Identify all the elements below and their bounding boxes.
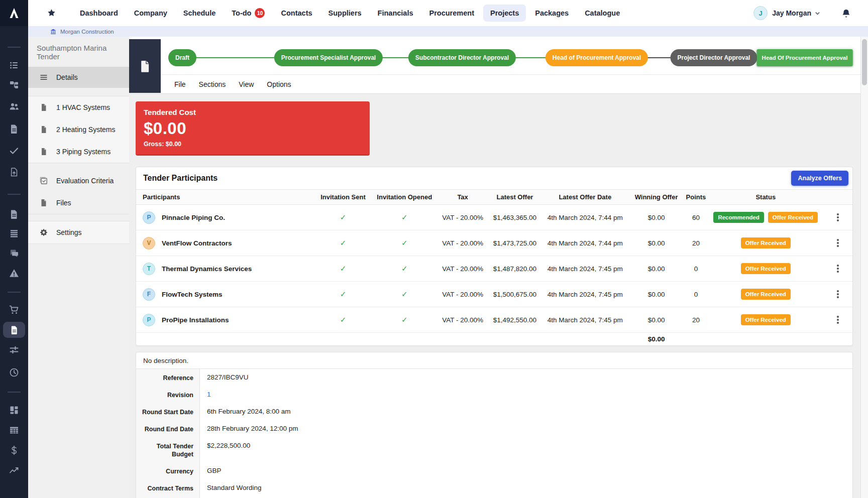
workflow-step-project-director-approval[interactable]: Project Director Approval — [671, 49, 757, 66]
latest-offer-date-cell: 4th March 2024, 7:44 pm — [541, 239, 629, 247]
sidebar-item-label: Files — [56, 199, 71, 207]
nav-item-schedule[interactable]: Schedule — [183, 9, 215, 17]
field-value: $2,228,500.00 — [200, 437, 250, 462]
kebab-menu-icon[interactable] — [835, 211, 841, 223]
rows-icon[interactable] — [9, 228, 20, 239]
sidebar-item-3-piping-systems[interactable]: 3 Piping Systems — [28, 141, 129, 163]
nav-item-to-do[interactable]: To-do10 — [232, 8, 265, 18]
nav-item-company[interactable]: Company — [134, 9, 167, 17]
sidebar-item-files[interactable]: Files — [28, 192, 129, 214]
latest-offer-cell: $1,473,725.00 — [488, 239, 541, 247]
detail-field-round-end-date: Round End Date28th February 2024, 12:00 … — [136, 420, 852, 437]
menu-item-options[interactable]: Options — [267, 80, 291, 88]
user-name[interactable]: Jay Morgan — [772, 9, 811, 17]
warning-icon[interactable] — [9, 268, 20, 279]
trend-icon[interactable] — [9, 465, 20, 476]
menu-item-sections[interactable]: Sections — [199, 80, 226, 88]
kebab-menu-icon[interactable] — [835, 263, 841, 275]
kebab-menu-icon[interactable] — [835, 314, 841, 326]
avatar[interactable]: J — [753, 6, 768, 20]
latest-offer-cell: $1,487,820.00 — [488, 265, 541, 273]
scrollbar-thumb[interactable] — [862, 39, 867, 85]
nav-item-packages[interactable]: Packages — [535, 9, 569, 17]
nav-item-procurement[interactable]: Procurement — [429, 9, 474, 17]
sidebar-item-label: 2 Heating Systems — [56, 126, 116, 134]
users-icon[interactable] — [9, 101, 20, 112]
bell-icon[interactable] — [841, 9, 851, 18]
cost-card-gross: Gross: $0.00 — [144, 141, 362, 148]
nav-item-projects[interactable]: Projects — [483, 5, 526, 22]
sidebar-item-settings[interactable]: Settings — [28, 221, 129, 243]
kebab-menu-icon[interactable] — [835, 288, 841, 300]
participant-name[interactable]: ProPipe Installations — [162, 316, 229, 324]
table-icon[interactable] — [9, 425, 20, 436]
workflow-step-subcontractor-director-approval[interactable]: Subcontractor Director Approval — [408, 49, 516, 66]
document-icon — [40, 126, 48, 134]
sidebar-item-label: Details — [56, 73, 78, 81]
workflow-step-head-of-procurement-approval[interactable]: Head of Procurement Approval — [546, 49, 648, 66]
document-active-icon[interactable] — [3, 322, 25, 338]
check-icon: ✓ — [401, 290, 408, 298]
column-header-invitation-opened: Invitation Opened — [372, 193, 437, 201]
sitemap-icon[interactable] — [9, 79, 20, 90]
status-cell: RecommendedOffer Received — [708, 212, 823, 223]
sliders-icon[interactable] — [9, 344, 20, 355]
detail-field-currency: CurrencyGBP — [136, 462, 852, 479]
grid-icon[interactable] — [9, 405, 20, 416]
workflow-step-procurement-specialist-approval[interactable]: Procurement Specialist Approval — [274, 49, 383, 66]
file-upload-icon[interactable] — [9, 167, 20, 178]
sidebar-item-1-hvac-systems[interactable]: 1 HVAC Systems — [28, 96, 129, 118]
sidebar-item-2-heating-systems[interactable]: 2 Heating Systems — [28, 118, 129, 141]
kebab-menu-icon[interactable] — [835, 237, 841, 249]
workflow-action-button[interactable]: Head Of Procurement Approval — [757, 49, 853, 66]
menu-item-file[interactable]: File — [174, 80, 186, 88]
status-badge-offer-received: Offer Received — [741, 314, 791, 325]
participant-name[interactable]: VentFlow Contractors — [162, 239, 232, 247]
cart-icon[interactable] — [9, 304, 20, 315]
document2-icon[interactable] — [9, 209, 20, 220]
check-icon[interactable] — [9, 145, 20, 156]
sidebar-item-evaluation-criteria[interactable]: Evaluation Criteria — [28, 170, 129, 192]
app-logo[interactable] — [0, 0, 28, 26]
field-label: Contract Terms — [136, 479, 200, 496]
participant-name[interactable]: Pinnacle Piping Co. — [162, 214, 225, 221]
nav-item-contacts[interactable]: Contacts — [281, 9, 312, 17]
field-value: GBP — [200, 462, 222, 479]
participant-avatar: V — [143, 237, 155, 250]
participant-name[interactable]: Thermal Dynamics Services — [162, 265, 252, 273]
sidebar-item-label: 1 HVAC Systems — [56, 103, 110, 111]
menu-item-view[interactable]: View — [239, 80, 254, 88]
check-icon: ✓ — [340, 213, 347, 221]
dollar-icon[interactable] — [9, 445, 20, 456]
analyze-offers-button[interactable]: Analyze Offers — [791, 171, 848, 186]
left-rail — [0, 0, 28, 498]
nav-item-dashboard[interactable]: Dashboard — [80, 9, 118, 17]
chat-icon[interactable] — [9, 247, 20, 259]
sidebar-item-details[interactable]: Details — [28, 67, 129, 88]
breadcrumb-label[interactable]: Morgan Construction — [60, 29, 114, 35]
participant-name[interactable]: FlowTech Systems — [162, 291, 223, 298]
favorites-star-icon[interactable] — [47, 9, 56, 17]
clock-icon[interactable] — [9, 367, 20, 378]
nav-item-catalogue[interactable]: Catalogue — [585, 9, 620, 17]
document-tab[interactable] — [129, 39, 161, 93]
workflow-step-draft[interactable]: Draft — [168, 49, 196, 66]
chevron-down-icon[interactable] — [815, 11, 820, 16]
participant-cell: VVentFlow Contractors — [136, 237, 314, 250]
detail-field-round-start-date: Round Start Date6th February 2024, 8:00 … — [136, 403, 852, 420]
check-icon: ✓ — [401, 213, 408, 221]
vertical-scrollbar[interactable] — [860, 37, 868, 498]
invitation-sent-cell: ✓ — [314, 213, 372, 222]
nav-item-suppliers[interactable]: Suppliers — [329, 9, 362, 17]
column-header-latest-offer: Latest Offer — [488, 193, 541, 201]
points-cell: 0 — [684, 291, 708, 298]
sidebar-group: 1 HVAC Systems2 Heating Systems3 Piping … — [28, 96, 129, 163]
field-value[interactable]: 1 — [200, 386, 211, 403]
check-icon: ✓ — [340, 315, 347, 324]
points-cell: 60 — [684, 214, 708, 221]
nav-item-financials[interactable]: Financials — [378, 9, 413, 17]
field-label: Round End Date — [136, 420, 200, 437]
document-icon[interactable] — [9, 123, 20, 135]
list-icon[interactable] — [9, 60, 20, 71]
rail-divider — [8, 392, 21, 393]
